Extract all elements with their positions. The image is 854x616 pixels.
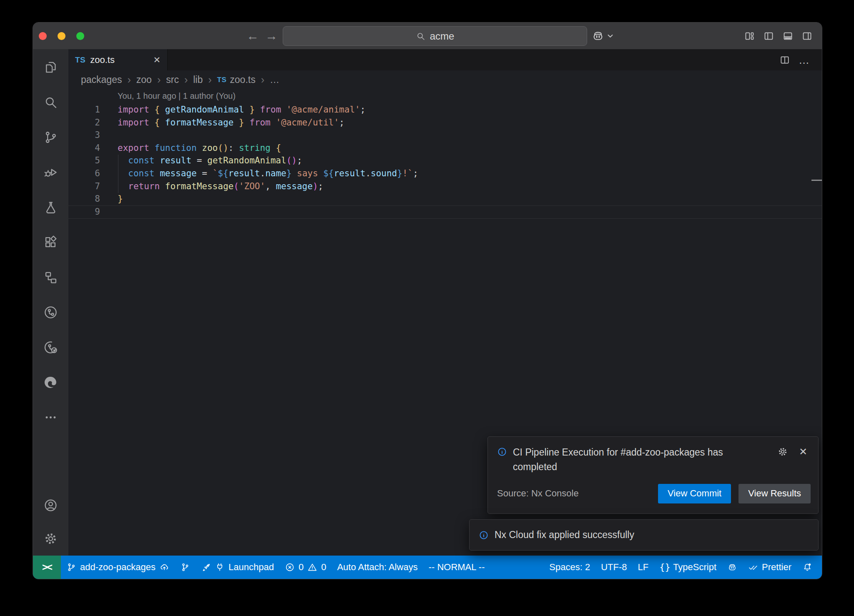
gitlens-item[interactable] <box>175 556 196 579</box>
forward-arrow-icon[interactable]: → <box>265 23 278 49</box>
desktop: ← → acme <box>0 0 854 616</box>
tab-zoo-ts[interactable]: TS zoo.ts ✕ <box>68 49 168 70</box>
copilot-menu[interactable] <box>592 23 613 49</box>
indentation-item[interactable]: Spaces: 2 <box>544 556 595 579</box>
toggle-sidebar-icon[interactable] <box>763 30 774 42</box>
minimize-window-button[interactable] <box>58 32 65 40</box>
breadcrumb-separator: › <box>127 74 131 86</box>
activity-item-settings-gear[interactable] <box>40 526 61 551</box>
copilot-item[interactable] <box>722 556 743 579</box>
problems-item-label: 0 <box>321 562 326 573</box>
activity-item-explorer[interactable] <box>40 55 61 79</box>
git-blame-annotation: You, 1 hour ago | 1 author (You) <box>118 91 236 101</box>
cloud-upload-icon <box>159 562 169 572</box>
info-icon <box>479 530 489 540</box>
breadcrumb-item[interactable]: packages <box>81 74 122 85</box>
code-line-6[interactable]: 6 const message = `${result.name} says $… <box>68 167 822 180</box>
code-text: return formatMessage('ZOO', message); <box>118 180 323 193</box>
line-number: 1 <box>68 103 100 116</box>
eol-item[interactable]: LF <box>632 556 654 579</box>
code-line-7[interactable]: 7 return formatMessage('ZOO', message); <box>68 180 822 193</box>
git-branch-item[interactable]: add-zoo-packages <box>61 556 175 579</box>
breadcrumb-item[interactable]: TSzoo.ts <box>217 74 256 85</box>
view-commit-button[interactable]: View Commit <box>658 484 731 503</box>
extensions-icon <box>43 235 58 250</box>
breadcrumb-item[interactable]: … <box>270 74 279 85</box>
more-actions-icon[interactable]: … <box>799 58 810 62</box>
indent-guide <box>118 155 118 193</box>
activity-item-nx-cloud[interactable] <box>40 335 61 359</box>
breadcrumb-item[interactable]: zoo <box>136 74 152 85</box>
notification-toast: Nx Cloud fix applied successfully <box>469 519 819 551</box>
notification-message: Nx Cloud fix applied successfully <box>495 529 634 541</box>
view-results-button[interactable]: View Results <box>738 484 811 503</box>
split-editor-icon[interactable] <box>779 55 790 65</box>
code-line-1[interactable]: 1import { getRandomAnimal } from '@acme/… <box>68 103 822 116</box>
auto-attach-item[interactable]: Auto Attach: Always <box>332 556 423 579</box>
gear-icon[interactable] <box>777 446 788 457</box>
activity-item-testing[interactable] <box>40 195 61 219</box>
code-line-3[interactable]: 3 <box>68 129 822 142</box>
auto-attach-item-label: Auto Attach: Always <box>337 562 417 573</box>
activity-bar <box>33 49 68 556</box>
activity-item-hierarchy[interactable] <box>40 265 61 289</box>
overview-ruler-mark <box>811 180 822 181</box>
code-line-8[interactable]: 8} <box>68 193 822 205</box>
copilot-icon <box>592 30 604 42</box>
encoding-item[interactable]: UTF-8 <box>595 556 632 579</box>
notifications-item[interactable] <box>797 556 818 579</box>
breadcrumb-separator: › <box>261 74 264 86</box>
status-bar-left: add-zoo-packagesLaunchpad00Auto Attach: … <box>61 556 490 579</box>
command-center-search[interactable]: acme <box>283 26 587 46</box>
breadcrumb-separator: › <box>157 74 161 86</box>
activity-item-accounts[interactable] <box>40 493 61 517</box>
code-line-2[interactable]: 2import { formatMessage } from '@acme/ut… <box>68 116 822 129</box>
language-item-label: TypeScript <box>673 562 716 573</box>
tab-label: zoo.ts <box>90 55 115 65</box>
breadcrumb-item[interactable]: src <box>166 74 179 85</box>
code-line-4[interactable]: 4export function zoo(): string { <box>68 142 822 155</box>
notification-header: CI Pipeline Execution for #add-zoo-packa… <box>488 437 818 474</box>
launchpad-item[interactable]: Launchpad <box>196 556 279 579</box>
status-bar-right: Spaces: 2UTF-8LF{}TypeScriptPrettier <box>544 556 822 579</box>
launchpad-item-label: Launchpad <box>229 562 274 573</box>
layout-controls <box>744 23 813 49</box>
formatter-item-label: Prettier <box>762 562 791 573</box>
breadcrumb-label: zoo.ts <box>230 74 255 85</box>
encoding-item-label: UTF-8 <box>601 562 627 573</box>
activity-item-extensions[interactable] <box>40 230 61 254</box>
language-item[interactable]: {}TypeScript <box>654 556 722 579</box>
status-bar: >< add-zoo-packagesLaunchpad00Auto Attac… <box>33 556 822 579</box>
edge-icon <box>43 375 58 390</box>
customize-layout-icon[interactable] <box>744 30 755 42</box>
bell-dot-icon <box>802 562 812 572</box>
activity-item-more[interactable] <box>40 405 61 429</box>
formatter-item[interactable]: Prettier <box>743 556 797 579</box>
maximize-window-button[interactable] <box>76 32 84 40</box>
activity-item-source-control[interactable] <box>40 125 61 149</box>
activity-item-nx-console[interactable] <box>40 300 61 324</box>
code-line-5[interactable]: 5 const result = getRandomAnimal(); <box>68 154 822 167</box>
toggle-secondary-sidebar-icon[interactable] <box>801 30 813 42</box>
toggle-panel-icon[interactable] <box>782 30 794 42</box>
problems-item-label: 0 <box>299 562 304 573</box>
git-branch-item-label: add-zoo-packages <box>80 562 156 573</box>
indentation-item-label: Spaces: 2 <box>549 562 590 573</box>
close-notification-icon[interactable]: ✕ <box>799 446 807 458</box>
vim-mode-item[interactable]: -- NORMAL -- <box>423 556 490 579</box>
activity-item-edge[interactable] <box>40 370 61 394</box>
nx-console-icon <box>43 305 58 320</box>
explorer-icon <box>43 60 58 75</box>
tab-bar: TS zoo.ts ✕ … <box>68 49 822 70</box>
activity-item-search[interactable] <box>40 90 61 114</box>
activity-item-run-debug[interactable] <box>40 160 61 184</box>
accounts-icon <box>43 498 58 513</box>
breadcrumb-label: packages <box>81 74 122 85</box>
problems-item[interactable]: 00 <box>279 556 332 579</box>
remote-indicator[interactable]: >< <box>33 556 61 579</box>
close-tab-icon[interactable]: ✕ <box>153 55 161 65</box>
search-icon <box>416 31 426 41</box>
back-arrow-icon[interactable]: ← <box>246 23 259 49</box>
breadcrumb-item[interactable]: lib <box>193 74 203 85</box>
close-window-button[interactable] <box>39 32 47 40</box>
